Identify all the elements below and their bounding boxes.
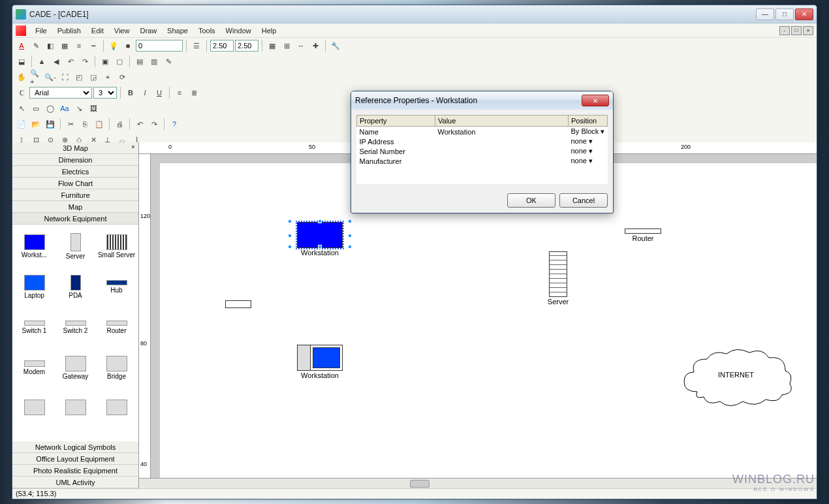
- zoom-extents-icon[interactable]: ⛶: [58, 71, 71, 84]
- text-label-icon[interactable]: Aa: [58, 102, 71, 115]
- layer-manager-icon[interactable]: ☰: [190, 39, 203, 52]
- canvas-object-internet-cloud[interactable]: INTERNET: [676, 346, 796, 409]
- grid-show-icon[interactable]: ▦: [266, 39, 279, 52]
- canvas-object-server[interactable]: Server: [542, 251, 574, 306]
- new-icon[interactable]: 📄: [15, 118, 28, 131]
- text-color-icon[interactable]: A: [15, 39, 28, 52]
- align-center-icon[interactable]: ≣: [187, 86, 200, 99]
- menu-help[interactable]: Help: [257, 25, 282, 36]
- shape-switch2[interactable]: Switch 2: [55, 307, 96, 347]
- send-back-icon[interactable]: ▥: [148, 55, 161, 68]
- menu-file[interactable]: File: [30, 25, 52, 36]
- pointer-icon[interactable]: ↖: [15, 102, 28, 115]
- snap-point-icon[interactable]: ✚: [309, 39, 322, 52]
- mdi-restore-button[interactable]: □: [791, 26, 802, 35]
- category-network-equipment[interactable]: Network Equipment: [12, 213, 138, 225]
- shape-router[interactable]: Router: [96, 307, 137, 347]
- category-network-logical[interactable]: Network Logical Symbols: [12, 441, 138, 453]
- help-icon[interactable]: ?: [168, 118, 181, 131]
- group-icon[interactable]: ▣: [99, 55, 112, 68]
- menu-view[interactable]: View: [109, 25, 135, 36]
- dimension-icon[interactable]: ↔: [294, 39, 307, 52]
- shape-extra-1[interactable]: [14, 388, 55, 428]
- menu-shape[interactable]: Shape: [162, 25, 193, 36]
- category-uml-activity[interactable]: UML Activity: [12, 477, 138, 488]
- canvas-object-router[interactable]: Router: [620, 228, 666, 242]
- canvas-object-workstation-selected[interactable]: Workstation: [290, 222, 349, 257]
- horizontal-scrollbar[interactable]: [139, 478, 817, 488]
- layer-color-icon[interactable]: ■: [121, 39, 134, 52]
- zoom-out-icon[interactable]: 🔍-: [44, 71, 57, 84]
- copy-icon[interactable]: ⎘: [78, 118, 91, 131]
- menu-draw[interactable]: Draw: [134, 25, 162, 36]
- zoom-previous-icon[interactable]: ◲: [87, 71, 100, 84]
- canvas-object-device[interactable]: [222, 300, 255, 309]
- fill-icon[interactable]: ◧: [44, 39, 57, 52]
- rect-select-icon[interactable]: ▭: [29, 102, 42, 115]
- layer-select[interactable]: [136, 40, 183, 52]
- layer-bulb-icon[interactable]: 💡: [107, 39, 120, 52]
- col-property[interactable]: Property: [357, 116, 435, 127]
- grid-y-input[interactable]: [235, 40, 258, 52]
- mdi-minimize-button[interactable]: -: [779, 26, 790, 35]
- text-tool-icon[interactable]: Ꞇ: [15, 86, 28, 99]
- properties-table[interactable]: Property Value Position Name Workstation…: [356, 115, 608, 184]
- undo-icon[interactable]: ↶: [133, 118, 146, 131]
- col-position[interactable]: Position: [569, 116, 608, 127]
- options-icon[interactable]: 🔧: [329, 39, 342, 52]
- open-icon[interactable]: 📂: [29, 118, 42, 131]
- bring-front-icon[interactable]: ▤: [133, 55, 146, 68]
- category-3d-map[interactable]: 3D Map: [12, 142, 138, 154]
- rotate-right-icon[interactable]: ↷: [78, 55, 91, 68]
- shape-gateway[interactable]: Gateway: [55, 347, 96, 388]
- category-furniture[interactable]: Furniture: [12, 189, 138, 201]
- menu-window[interactable]: Window: [221, 25, 257, 36]
- zoom-selected-icon[interactable]: ⌖: [101, 71, 114, 84]
- shape-server[interactable]: Server: [55, 226, 96, 266]
- col-value[interactable]: Value: [435, 116, 569, 127]
- zoom-in-icon[interactable]: 🔍+: [29, 71, 42, 84]
- shape-laptop[interactable]: Laptop: [14, 266, 55, 307]
- mdi-close-button[interactable]: ×: [803, 26, 813, 35]
- connector-icon[interactable]: ↘: [72, 102, 86, 115]
- menu-tools[interactable]: Tools: [193, 25, 221, 36]
- save-icon[interactable]: 💾: [44, 118, 57, 131]
- zoom-window-icon[interactable]: ◰: [72, 71, 86, 84]
- canvas-object-workstation[interactable]: Workstation: [290, 345, 349, 379]
- minimize-button[interactable]: —: [756, 8, 774, 20]
- line-weight-icon[interactable]: ≡: [72, 39, 86, 52]
- hatch-icon[interactable]: ▦: [58, 39, 71, 52]
- category-office-layout[interactable]: Office Layout Equipment: [12, 453, 138, 465]
- category-map[interactable]: Map: [12, 201, 138, 213]
- pen-color-icon[interactable]: ✎: [29, 39, 42, 52]
- align-left-icon[interactable]: ≡: [173, 86, 186, 99]
- font-size-select[interactable]: 3: [93, 87, 117, 99]
- shape-hub[interactable]: Hub: [96, 266, 137, 307]
- print-icon[interactable]: 🖨: [113, 118, 126, 131]
- chevron-down-icon[interactable]: ▾: [601, 127, 604, 135]
- cut-icon[interactable]: ✂: [64, 118, 77, 131]
- refresh-icon[interactable]: ⟳: [116, 71, 129, 84]
- font-select[interactable]: Arial: [29, 87, 92, 99]
- align-icon[interactable]: ⬓: [15, 55, 28, 68]
- shape-workstation[interactable]: Workst...: [14, 226, 55, 266]
- dialog-titlebar[interactable]: Reference Properties - Workstation ✕: [351, 91, 613, 110]
- shape-pda[interactable]: PDA: [55, 266, 96, 307]
- shape-bridge[interactable]: Bridge: [96, 347, 137, 388]
- category-dimension[interactable]: Dimension: [12, 154, 138, 166]
- image-icon[interactable]: 🖼: [87, 102, 100, 115]
- category-photo-realistic[interactable]: Photo Realistic Equipment: [12, 465, 138, 477]
- flip-h-icon[interactable]: ▲: [35, 55, 48, 68]
- maximize-button[interactable]: □: [775, 8, 794, 20]
- ok-button[interactable]: OK: [507, 193, 555, 208]
- paste-icon[interactable]: 📋: [93, 118, 106, 131]
- app-menu-icon[interactable]: [16, 25, 26, 36]
- window-close-button[interactable]: ✕: [795, 8, 813, 20]
- grid-x-input[interactable]: [210, 40, 234, 52]
- shape-extra-2[interactable]: [55, 388, 96, 428]
- line-style-icon[interactable]: ┅: [87, 39, 100, 52]
- bold-button[interactable]: B: [124, 86, 137, 99]
- redo-icon[interactable]: ↷: [148, 118, 161, 131]
- underline-button[interactable]: U: [153, 86, 166, 99]
- sidebar-close-icon[interactable]: ×: [129, 144, 137, 151]
